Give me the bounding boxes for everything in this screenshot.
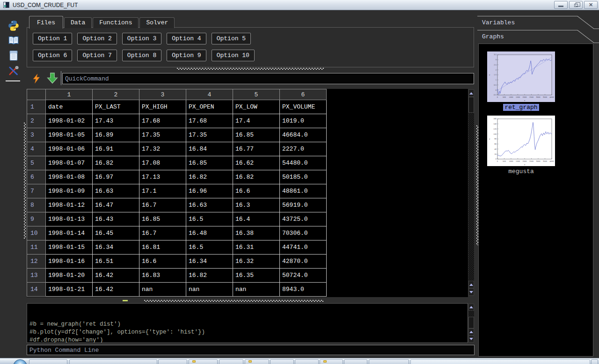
row-header-12[interactable]: 12 <box>27 255 46 269</box>
option-button-2[interactable]: Option 2 <box>77 33 117 44</box>
scroll-up-button2[interactable] <box>468 281 474 288</box>
scroll-up-button2[interactable] <box>468 328 474 335</box>
table-cell[interactable]: 46684.0 <box>280 128 327 142</box>
table-cell[interactable]: nan <box>186 283 233 297</box>
python-command-line-input[interactable] <box>27 345 475 355</box>
table-cell[interactable]: 16.3 <box>233 198 280 212</box>
table-cell[interactable]: 50724.0 <box>280 269 327 283</box>
option-button-10[interactable]: Option 10 <box>212 50 255 61</box>
scroll-up-button[interactable] <box>468 89 474 97</box>
column-header-5[interactable]: 5 <box>233 89 280 100</box>
quickcommand-input[interactable] <box>62 73 474 84</box>
taskbar-button[interactable] <box>219 359 243 364</box>
table-cell[interactable]: 56919.0 <box>280 198 327 212</box>
splitter-handle-top[interactable] <box>177 68 324 70</box>
table-cell[interactable]: 17.08 <box>139 156 186 170</box>
taskbar-button[interactable] <box>270 359 294 364</box>
variables-section-header[interactable]: Variables <box>477 15 599 29</box>
table-cell[interactable]: 16.34 <box>93 240 139 255</box>
column-header-6[interactable]: 6 <box>280 89 327 100</box>
column-header-4[interactable]: 4 <box>186 89 233 100</box>
scrollbar-track[interactable] <box>468 113 474 281</box>
taskbar-button[interactable] <box>29 359 67 364</box>
table-cell[interactable]: PX_HIGH <box>139 100 186 114</box>
graph-thumbnail-ret_graph[interactable]: -0.500.511.522.533.505001000150020002500… <box>487 51 555 102</box>
scroll-down-button[interactable] <box>468 288 474 296</box>
taskbar-button[interactable] <box>591 359 598 364</box>
row-header-13[interactable]: 13 <box>27 269 46 283</box>
table-cell[interactable]: 16.63 <box>93 184 139 198</box>
column-header-3[interactable]: 3 <box>139 89 186 100</box>
table-cell[interactable]: 16.4 <box>233 212 280 226</box>
graph-label-ret_graph[interactable]: ret_graph <box>503 104 539 111</box>
table-cell[interactable]: 16.91 <box>93 142 139 156</box>
table-cell[interactable]: 43725.0 <box>280 212 327 226</box>
table-cell[interactable]: 8943.0 <box>280 283 327 297</box>
table-cell[interactable]: 17.68 <box>186 114 233 128</box>
table-cell[interactable]: 16.38 <box>233 226 280 240</box>
table-cell[interactable]: 1998-01-09 <box>46 184 93 198</box>
table-cell[interactable]: 16.82 <box>93 156 139 170</box>
table-cell[interactable]: 16.82 <box>233 170 280 184</box>
option-button-4[interactable]: Option 4 <box>167 33 206 44</box>
table-cell[interactable]: 1998-01-14 <box>46 226 93 240</box>
taskbar-button[interactable] <box>369 359 409 364</box>
scrollbar-thumb[interactable] <box>468 97 474 113</box>
table-cell[interactable]: 16.45 <box>93 226 139 240</box>
option-button-7[interactable]: Option 7 <box>77 50 117 61</box>
row-header-11[interactable]: 11 <box>27 240 46 255</box>
column-header-1[interactable]: 1 <box>46 89 93 100</box>
minimize-button[interactable] <box>554 1 568 9</box>
table-cell[interactable]: 16.42 <box>93 283 139 297</box>
option-button-9[interactable]: Option 9 <box>167 50 206 61</box>
table-cell[interactable]: 17.32 <box>139 142 186 156</box>
table-cell[interactable]: 16.7 <box>139 198 186 212</box>
code-scrollbar[interactable] <box>468 303 475 343</box>
table-cell[interactable]: 16.77 <box>233 142 280 156</box>
row-header-3[interactable]: 3 <box>27 128 46 142</box>
row-header-9[interactable]: 9 <box>27 212 46 226</box>
table-cell[interactable]: 1998-01-21 <box>46 283 93 297</box>
table-cell[interactable]: PX_LAST <box>93 100 139 114</box>
scroll-up-button[interactable] <box>468 304 474 311</box>
table-cell[interactable]: 16.63 <box>186 198 233 212</box>
table-cell[interactable]: 44741.0 <box>280 240 327 255</box>
table-cell[interactable]: 16.84 <box>186 142 233 156</box>
taskbar-button[interactable] <box>158 359 187 364</box>
scrollbar-track[interactable] <box>468 311 474 317</box>
table-cell[interactable]: 17.68 <box>139 114 186 128</box>
table-cell[interactable]: 16.96 <box>186 184 233 198</box>
table-cell[interactable]: 54480.0 <box>280 156 327 170</box>
option-button-8[interactable]: Option 8 <box>122 50 161 61</box>
table-cell[interactable]: 1998-01-13 <box>46 212 93 226</box>
table-cell[interactable]: 16.48 <box>186 226 233 240</box>
table-cell[interactable]: 16.6 <box>139 255 186 269</box>
table-cell[interactable]: 16.5 <box>186 212 233 226</box>
column-header-2[interactable]: 2 <box>93 89 139 100</box>
lightning-icon[interactable] <box>32 73 41 86</box>
table-cell[interactable]: 16.83 <box>139 269 186 283</box>
row-header-4[interactable]: 4 <box>27 142 46 156</box>
taskbar-button[interactable] <box>69 359 157 364</box>
table-cell[interactable]: PX_LOW <box>233 100 280 114</box>
table-cell[interactable]: 1019.0 <box>280 114 327 128</box>
option-button-3[interactable]: Option 3 <box>122 33 161 44</box>
splitter-handle-left[interactable] <box>24 123 26 239</box>
table-cell[interactable]: 17.13 <box>139 170 186 184</box>
table-cell[interactable]: 17.43 <box>93 114 139 128</box>
row-header-10[interactable]: 10 <box>27 226 46 240</box>
table-cell[interactable]: 16.85 <box>139 212 186 226</box>
python-icon[interactable] <box>7 20 21 33</box>
taskbar-button[interactable] <box>295 359 319 364</box>
table-cell[interactable]: nan <box>233 283 280 297</box>
notes-icon[interactable] <box>7 50 21 63</box>
table-cell[interactable]: 1998-01-06 <box>46 142 93 156</box>
book-icon[interactable] <box>7 35 21 48</box>
row-header-5[interactable]: 5 <box>27 156 46 170</box>
table-cell[interactable]: 16.97 <box>93 170 139 184</box>
row-header-6[interactable]: 6 <box>27 170 46 184</box>
table-cell[interactable]: 16.47 <box>93 198 139 212</box>
table-cell[interactable]: 16.34 <box>186 255 233 269</box>
table-cell[interactable]: 17.35 <box>139 128 186 142</box>
row-header-1[interactable]: 1 <box>27 100 46 114</box>
